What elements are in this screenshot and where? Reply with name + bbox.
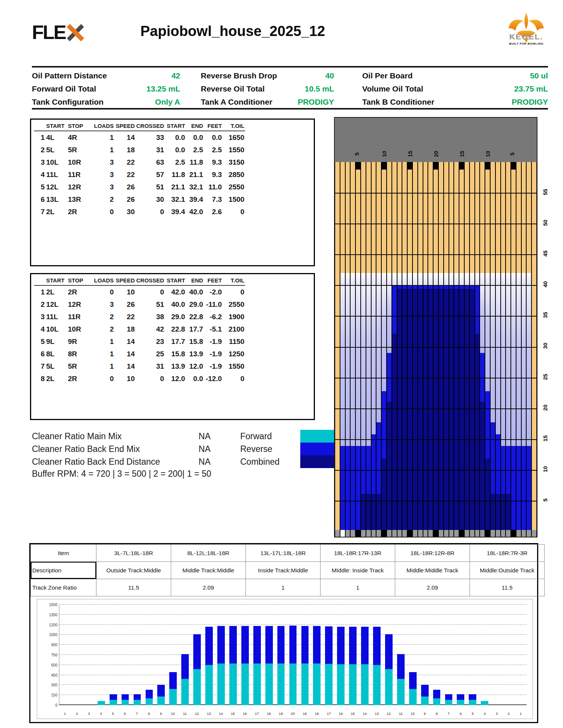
footer-board-cell bbox=[506, 530, 510, 537]
bar-slot bbox=[191, 605, 203, 705]
x-axis-board-label: 6 bbox=[119, 711, 131, 716]
oil-segment-wood bbox=[532, 162, 536, 531]
forward-oil-cell: 32.1 bbox=[165, 193, 186, 206]
forward-oil-cell: 1 bbox=[92, 131, 114, 144]
oil-segment-navy bbox=[496, 495, 500, 532]
y-axis-label: 600 bbox=[41, 663, 57, 667]
oil-segment-blue bbox=[340, 446, 345, 531]
oil-segment-navy bbox=[392, 334, 397, 531]
bar-slot bbox=[287, 605, 299, 705]
zone-table-row: Track Zone Ratio11.52.09112.0911.5 bbox=[31, 579, 545, 596]
forward-oil-cell: 3 bbox=[92, 156, 114, 168]
zone-table-cell: MIddle: Inside Track bbox=[321, 562, 395, 579]
zone-table-cell: 2.09 bbox=[395, 579, 470, 596]
bar-slot bbox=[275, 605, 287, 705]
oil-segment-navy bbox=[506, 495, 510, 532]
forward-oil-cell: 42.0 bbox=[186, 206, 204, 218]
bar-slot bbox=[239, 605, 251, 705]
reverse-oil-cell: 12.0 bbox=[165, 372, 186, 385]
board-number-label: 20 bbox=[433, 151, 439, 157]
row-number: 7 bbox=[34, 360, 45, 372]
footer-board-cell bbox=[372, 530, 376, 537]
forward-bar-segment bbox=[301, 663, 309, 705]
forward-bar-segment bbox=[110, 700, 117, 705]
reverse-bar-segment bbox=[301, 626, 309, 663]
oil-segment-fade bbox=[506, 273, 510, 285]
reverse-oil-column-header: START bbox=[45, 276, 67, 285]
oil-segment-blue bbox=[356, 446, 360, 531]
oil-segment-navy bbox=[376, 495, 381, 532]
oil-segment-fade bbox=[459, 273, 464, 285]
oil-segment-fade bbox=[366, 273, 371, 285]
oil-segment-wood bbox=[439, 162, 443, 273]
oil-segment-blue bbox=[423, 285, 428, 289]
bar-slot bbox=[491, 605, 503, 705]
reverse-oil-cell: -11.0 bbox=[204, 298, 223, 311]
zone-table-header-cell: 18L-18R:12R-8R bbox=[395, 545, 470, 562]
row-number: 4 bbox=[34, 323, 45, 335]
footer-board-cell bbox=[449, 530, 454, 537]
forward-oil-cell: 11.8 bbox=[165, 168, 186, 181]
zone-table-cell: 11.5 bbox=[96, 579, 171, 596]
oil-segment-fade bbox=[351, 273, 355, 285]
reverse-oil-cell: 12L bbox=[45, 298, 67, 311]
oil-segment-fade bbox=[376, 273, 381, 285]
oil-segment-wood bbox=[480, 162, 485, 273]
reverse-oil-cell: 22 bbox=[114, 311, 135, 323]
reverse-oil-cell: 10L bbox=[45, 323, 67, 335]
forward-oil-cell: 26 bbox=[114, 193, 135, 206]
forward-oil-cell: 3150 bbox=[223, 156, 245, 168]
x-axis-board-label: 5 bbox=[467, 711, 479, 716]
forward-bar-segment bbox=[181, 679, 189, 705]
oil-segment-fade bbox=[470, 273, 474, 285]
reverse-oil-column-header: SPEED bbox=[114, 276, 135, 285]
oil-segment-fade bbox=[402, 273, 407, 285]
footer-board-cell bbox=[387, 530, 391, 537]
reverse-loads-table: STARTSTOPLOADSSPEEDCROSSEDSTARTENDFEETT.… bbox=[30, 273, 315, 420]
x-axis-board-label: 17 bbox=[323, 711, 335, 716]
board-marker-notch bbox=[382, 162, 386, 170]
reverse-oil-column-header: LOADS bbox=[92, 276, 114, 285]
forward-oil-cell: 10R bbox=[67, 156, 92, 168]
reverse-oil-cell: 14 bbox=[114, 335, 135, 348]
forward-oil-cell: 39.4 bbox=[186, 193, 204, 206]
forward-oil-cell: 10L bbox=[45, 156, 67, 168]
divider-top bbox=[32, 66, 548, 68]
lane-board bbox=[522, 162, 526, 531]
forward-oil-cell: 2 bbox=[92, 193, 114, 206]
lane-board bbox=[439, 162, 443, 531]
lane-board bbox=[485, 162, 490, 531]
oil-segment-fade bbox=[408, 273, 412, 285]
oil-segment-navy bbox=[428, 289, 433, 531]
x-axis-board-label: 6 bbox=[455, 711, 467, 716]
bar-slot bbox=[311, 605, 323, 705]
forward-oil-cell: 1 bbox=[92, 144, 114, 156]
oil-segment-wood bbox=[485, 162, 490, 273]
oil-segment-blue bbox=[361, 446, 366, 495]
bar-slot bbox=[455, 605, 467, 705]
lane-board bbox=[470, 162, 474, 531]
reverse-oil-cell: 2100 bbox=[223, 323, 245, 335]
legend-label-combined: Combined bbox=[240, 457, 280, 467]
forward-oil-column-header: START bbox=[165, 122, 186, 131]
lane-board bbox=[356, 162, 360, 531]
x-axis-board-label: 4 bbox=[95, 711, 107, 716]
oil-segment-navy bbox=[413, 289, 417, 531]
oil-segment-fade bbox=[434, 273, 438, 285]
x-axis-board-label: 10 bbox=[407, 711, 419, 716]
x-axis-board-label: 12 bbox=[191, 711, 203, 716]
x-axis-board-label: 17 bbox=[251, 711, 263, 716]
oil-segment-blue bbox=[527, 446, 531, 531]
reverse-oil-cell: 40.0 bbox=[165, 298, 186, 311]
lane-board bbox=[434, 162, 438, 531]
forward-oil-cell: 13R bbox=[67, 193, 92, 206]
oil-segment-navy bbox=[372, 495, 376, 532]
oil-segment-navy bbox=[491, 495, 495, 532]
oil-segment-lav bbox=[511, 285, 516, 446]
row-number: 3 bbox=[34, 311, 45, 323]
oil-segment-wood bbox=[340, 162, 345, 273]
oil-segment-wood bbox=[413, 162, 417, 273]
reverse-bar-segment bbox=[157, 685, 165, 696]
zone-table-cell: Track Zone Ratio bbox=[31, 579, 96, 596]
reverse-bar-segment bbox=[169, 672, 177, 689]
